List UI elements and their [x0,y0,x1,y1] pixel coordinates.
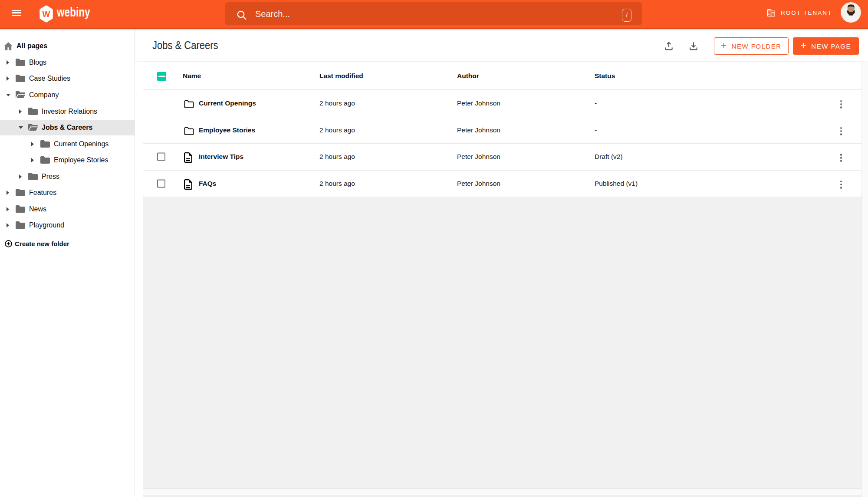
svg-text:W: W [43,10,50,19]
